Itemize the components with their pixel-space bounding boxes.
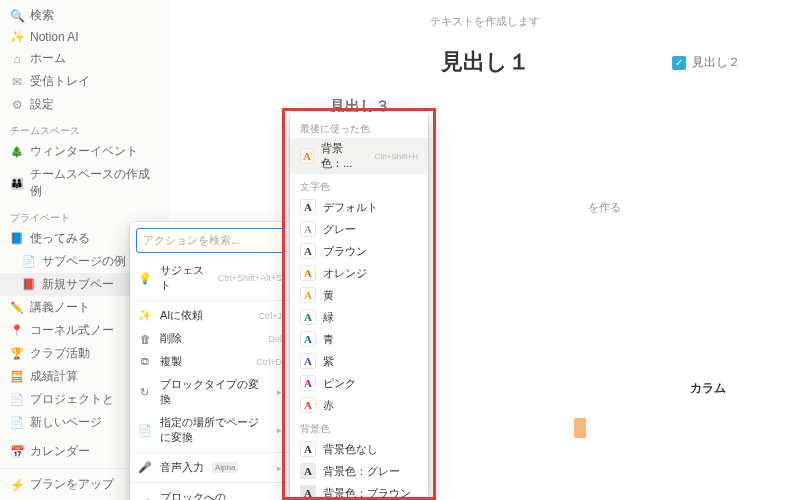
sparkle-icon: ✨ (10, 30, 24, 44)
page-icon: 📕 (22, 278, 36, 291)
action-label: ブロックタイプの変換 (160, 377, 269, 407)
action-icon: ✨ (138, 309, 152, 323)
color-item[interactable]: A緑 (290, 306, 428, 328)
sidebar-item[interactable]: 👪チームスペースの作成例 (0, 163, 170, 203)
bg-color-section: 背景色 (290, 416, 428, 438)
sidebar-item[interactable]: ⚙設定 (0, 93, 170, 116)
sidebar-item-label: サブページの例 (42, 253, 126, 270)
badge: Alpha (212, 462, 238, 473)
color-swatch: A (300, 397, 316, 413)
color-item[interactable]: A赤 (290, 394, 428, 416)
color-swatch: A (300, 287, 316, 303)
action-item[interactable]: 🎤音声入力Alpha▸ (130, 456, 290, 479)
sidebar-item-label: ウィンターイベント (30, 143, 138, 160)
bolt-icon: ⚡ (10, 478, 24, 492)
color-label: 紫 (323, 354, 334, 369)
color-menu-scroll[interactable]: 最後に使った色 A背景色：...Ctrl+Shift+H 文字色 AデフォルトA… (290, 112, 428, 500)
sidebar-item-label: 設定 (30, 96, 54, 113)
action-label: サジェスト (160, 263, 210, 293)
search-placeholder: アクションを検索... (143, 234, 240, 246)
color-swatch: A (300, 199, 316, 215)
sidebar-item-label: 講義ノート (30, 299, 90, 316)
color-label: 背景色なし (323, 442, 378, 457)
color-label: 背景色：ブラウン (323, 486, 411, 501)
color-swatch: A (300, 309, 316, 325)
todo-label: 見出し２ (692, 54, 740, 71)
sidebar-item-label: クラブ活動 (30, 345, 90, 362)
page-icon: 🧮 (10, 370, 24, 383)
color-item[interactable]: A背景色：...Ctrl+Shift+H (290, 138, 428, 174)
shortcut: Ctrl+J (258, 311, 282, 321)
color-label: 緑 (323, 310, 334, 325)
sidebar-item[interactable]: 🔍検索 (0, 4, 170, 27)
shortcut: Ctrl+D (256, 357, 282, 367)
action-item[interactable]: 🗑削除Del (130, 327, 290, 350)
color-item[interactable]: A背景色なし (290, 438, 428, 460)
sidebar-item-label: コーネル式ノー (30, 322, 114, 339)
color-item[interactable]: A紫 (290, 350, 428, 372)
action-icon: 📄 (138, 423, 152, 437)
color-label: 背景色：グレー (323, 464, 400, 479)
color-item[interactable]: A青 (290, 328, 428, 350)
sidebar-item[interactable]: ✨Notion AI (0, 27, 170, 47)
action-item[interactable]: 📄指定の場所でページに変換▸ (130, 411, 290, 449)
shortcut: Del (268, 334, 282, 344)
action-label: 指定の場所でページに変換 (160, 415, 269, 445)
color-label: デフォルト (323, 200, 378, 215)
shortcut: Ctrl+Shift+Alt+S (218, 273, 282, 283)
action-search-input[interactable]: アクションを検索... (136, 228, 284, 253)
color-menu: 最後に使った色 A背景色：...Ctrl+Shift+H 文字色 AデフォルトA… (290, 112, 428, 500)
color-label: オレンジ (323, 266, 367, 281)
sidebar-item[interactable]: 🎄ウィンターイベント (0, 140, 170, 163)
color-item[interactable]: Aデフォルト (290, 196, 428, 218)
color-swatch: A (300, 463, 316, 479)
sidebar-item-label: 成績計算 (30, 368, 78, 385)
color-label: 黄 (323, 288, 334, 303)
action-item[interactable]: ↻ブロックタイプの変換▸ (130, 373, 290, 411)
action-item[interactable]: ⧉複製Ctrl+D (130, 350, 290, 373)
color-swatch: A (300, 243, 316, 259)
color-swatch: A (300, 148, 314, 164)
color-item[interactable]: Aグレー (290, 218, 428, 240)
page-icon: 📘 (10, 232, 24, 245)
text-color-section: 文字色 (290, 174, 428, 196)
action-icon: ↻ (138, 385, 152, 399)
color-item[interactable]: Aピンク (290, 372, 428, 394)
action-item[interactable]: 💡サジェストCtrl+Shift+Alt+S (130, 259, 290, 297)
color-item[interactable]: A背景色：グレー (290, 460, 428, 482)
color-label: ブラウン (323, 244, 367, 259)
action-item[interactable]: 🔗ブロックへのリンク...Alt+Shift+L (130, 486, 290, 500)
color-label: 背景色：... (321, 141, 367, 171)
action-menu: アクションを検索... 💡サジェストCtrl+Shift+Alt+S✨AIに依頼… (130, 222, 290, 500)
action-label: ブロックへのリンク... (160, 490, 230, 500)
checkbox-icon[interactable]: ✓ (672, 56, 686, 70)
sidebar-item-label: 検索 (30, 7, 54, 24)
sidebar-item[interactable]: ⌂ホーム (0, 47, 170, 70)
color-item[interactable]: A黄 (290, 284, 428, 306)
color-swatch: A (300, 441, 316, 457)
sidebar-item-label: カレンダー (30, 443, 90, 460)
sidebar-item-label: チームスペースの作成例 (30, 166, 160, 200)
page-icon: 📄 (10, 393, 24, 406)
action-label: 音声入力 (160, 460, 204, 475)
page-icon: ✏️ (10, 301, 24, 314)
shortcut: Ctrl+Shift+H (374, 152, 418, 161)
highlight-mark (574, 418, 586, 438)
search-icon: 🔍 (10, 9, 24, 23)
stub-text: を作る (588, 200, 621, 215)
action-item[interactable]: ✨AIに依頼Ctrl+J (130, 304, 290, 327)
sidebar-item-label: 新規サブペー (42, 276, 114, 293)
color-item[interactable]: A背景色：ブラウン (290, 482, 428, 500)
color-label: 赤 (323, 398, 334, 413)
color-item[interactable]: Aオレンジ (290, 262, 428, 284)
color-swatch: A (300, 221, 316, 237)
sidebar-item-label: 受信トレイ (30, 73, 90, 90)
color-item[interactable]: Aブラウン (290, 240, 428, 262)
sidebar-item[interactable]: ✉受信トレイ (0, 70, 170, 93)
action-icon: 🗑 (138, 332, 152, 346)
sidebar-item-label: ホーム (30, 50, 66, 67)
action-icon: ⧉ (138, 355, 152, 369)
page-icon: 🎄 (10, 145, 24, 158)
todo-heading2[interactable]: ✓ 見出し２ (672, 54, 740, 71)
page-icon: 👪 (10, 177, 24, 190)
